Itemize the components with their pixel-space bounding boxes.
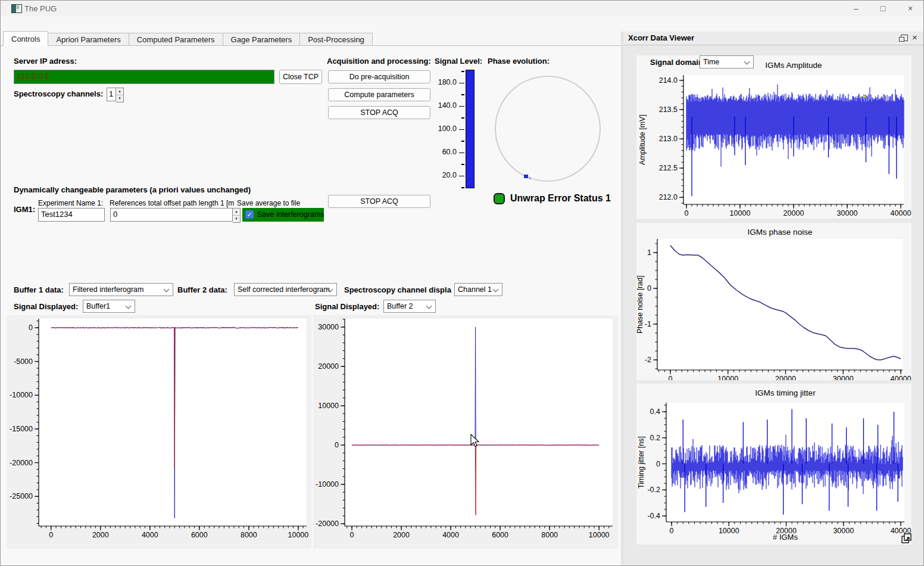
y-tick-label: -20000	[316, 520, 339, 528]
x-tick-label: 10000	[589, 531, 610, 539]
chevron-down-icon	[426, 303, 432, 309]
references-offset-field[interactable]: 0	[110, 208, 233, 222]
buffer1-chart: 02000400060008000100000-5000-10000-15000…	[7, 315, 311, 549]
tab-post-processing[interactable]: Post-Processing	[299, 33, 373, 46]
experiment-name-label: Experiment Name 1:	[38, 199, 103, 207]
save-interferograms-checkbox[interactable]: ✓	[245, 210, 254, 219]
igms_timing_jitter-svg: 0100002000030000400000.40.20-0.2-0.4IGMs…	[636, 384, 911, 545]
stop-acq-button-2[interactable]: STOP ACQ	[328, 195, 430, 208]
x-tick-label: 10000	[717, 375, 738, 380]
buffer2-data-select[interactable]: Self corrected interferogram	[234, 283, 337, 296]
x-tick-label: 8000	[541, 531, 558, 539]
tab-computed-parameters[interactable]: Computed Parameters	[129, 33, 223, 46]
y-tick-label: 0.2	[650, 434, 660, 442]
y-tick-label: 0	[29, 324, 33, 332]
dynamic-params-heading: Dynamically changeable parameters (a pri…	[14, 185, 251, 194]
signal-displayed1-value: Buffer1	[86, 302, 110, 310]
x-tick-label: 8000	[241, 531, 257, 539]
x-tick-label: 20000	[775, 375, 796, 380]
references-offset-stepper[interactable]: ▲▼	[233, 208, 241, 223]
minimize-button[interactable]: –	[843, 1, 869, 16]
do-pre-acquisition-button[interactable]: Do pre-acquisition	[328, 70, 430, 83]
signal-domain-select[interactable]: Time	[700, 55, 754, 69]
spectroscopy-channel-select[interactable]: Channel 1	[454, 283, 502, 296]
gauge-tick	[461, 94, 464, 95]
gauge-tick-label: 60.0	[430, 148, 457, 156]
y-tick-label: -10000	[10, 391, 33, 399]
x-tick-label: 30000	[837, 209, 858, 217]
buffer2-chart: 02000400060008000100003000020000100000-1…	[313, 315, 618, 549]
chevron-down-icon	[164, 287, 170, 293]
signal-displayed1-label: Signal Displayed:	[14, 302, 78, 311]
chart-title: IGMs phase noise	[748, 228, 813, 237]
phase-dot-trail	[529, 177, 531, 179]
save-interferograms-group[interactable]: ✓ Save interferograms	[242, 208, 324, 222]
mouse-cursor	[469, 434, 482, 448]
y-tick-label: 212.5	[659, 164, 678, 172]
x-tick-label: 0	[668, 375, 672, 380]
gauge-tick	[459, 176, 464, 177]
x-tick-label: 4000	[142, 531, 158, 539]
gauge-tick-label: 100.0	[430, 125, 457, 133]
float-panel-icon[interactable]	[901, 35, 908, 41]
spectroscopy-channels-stepper[interactable]: 1 ▲▼	[107, 88, 124, 102]
x-tick-label: 10000	[288, 531, 309, 539]
spin-down-icon[interactable]: ▼	[116, 95, 123, 102]
chart-title: IGMs timing jitter	[755, 388, 816, 397]
spin-up-icon[interactable]: ▲	[116, 88, 123, 95]
x-tick-label: 6000	[492, 531, 508, 539]
signal-displayed2-select[interactable]: Buffer 2	[383, 300, 436, 313]
spin-up-icon[interactable]: ▲	[233, 209, 240, 216]
close-tcp-button[interactable]: Close TCP	[279, 70, 322, 84]
gauge-tick	[459, 106, 464, 107]
y-tick-label: -0.4	[647, 512, 660, 520]
tab-controls[interactable]: Controls	[3, 31, 48, 46]
x-tick-label: 2000	[393, 531, 410, 539]
y-tick-label: 1	[647, 248, 651, 257]
acquisition-label: Acquisition and processing:	[327, 57, 431, 66]
buffer2-data-value: Self corrected interferogram	[238, 285, 330, 294]
save-average-label: Save average to file	[237, 199, 300, 207]
panel-close-icon[interactable]: ×	[912, 32, 917, 42]
server-ip-label: Server IP adress:	[14, 57, 77, 66]
spectroscopy-channels-label: Spectroscopy channels:	[14, 89, 103, 98]
server-ip-field[interactable]: 127.0.0.1	[14, 70, 274, 84]
chart-title: IGMs Amplitude	[765, 61, 822, 70]
y-tick-label: 30000	[318, 323, 339, 331]
tab-bar: ControlsApriori ParametersComputed Param…	[3, 32, 372, 46]
y-tick-label: 10000	[318, 402, 339, 410]
compute-parameters-button[interactable]: Compute parameters	[328, 88, 430, 101]
signal-displayed1-select[interactable]: Buffer1	[83, 300, 135, 313]
buffer1-data-label: Buffer 1 data:	[14, 285, 64, 294]
x-tick-label: 40000	[891, 375, 911, 380]
y-axis-label: Phase noise [rad]	[636, 275, 644, 333]
title-bar: The PUG – □ ×	[1, 1, 924, 16]
save-interferograms-label: Save interferograms	[257, 210, 324, 219]
y-tick-label: -5000	[14, 357, 33, 366]
signal-displayed2-value: Buffer 2	[387, 302, 413, 310]
stop-acq-button[interactable]: STOP ACQ	[328, 106, 430, 119]
signal-level-gauge: 20.060.0100.0140.0180.0	[430, 66, 484, 194]
close-button[interactable]: ×	[897, 1, 923, 16]
tab-apriori-parameters[interactable]: Apriori Parameters	[48, 33, 129, 46]
gauge-tick	[461, 187, 464, 188]
y-tick-label: 0	[335, 441, 339, 449]
app-icon	[11, 4, 22, 13]
gauge-tick	[461, 141, 464, 142]
y-tick-label: 0	[647, 284, 651, 293]
phase-evolution-label: Phase evolution:	[488, 57, 550, 66]
igms-amplitude-chart: 010000200003000040000214.0213.5213.0212.…	[636, 55, 911, 219]
gauge-tick	[461, 117, 464, 119]
maximize-button[interactable]: □	[870, 1, 896, 16]
spectroscopy-channels-value[interactable]: 1	[107, 88, 116, 101]
x-tick-label: 10000	[730, 209, 751, 217]
tab-gage-parameters[interactable]: Gage Parameters	[223, 33, 301, 46]
buffer1-data-select[interactable]: Filtered interferogram	[69, 283, 173, 296]
experiment-name-field[interactable]: Test1234	[38, 208, 105, 222]
pop-out-icon[interactable]	[900, 532, 913, 545]
spectroscopy-channel-display-label: Spectroscopy channel displa	[344, 285, 451, 294]
x-tick-label: 30000	[833, 375, 854, 380]
signal-displayed2-label: Signal Displayed:	[315, 302, 379, 311]
phase-dot	[524, 175, 528, 178]
spin-down-icon[interactable]: ▼	[233, 216, 240, 222]
